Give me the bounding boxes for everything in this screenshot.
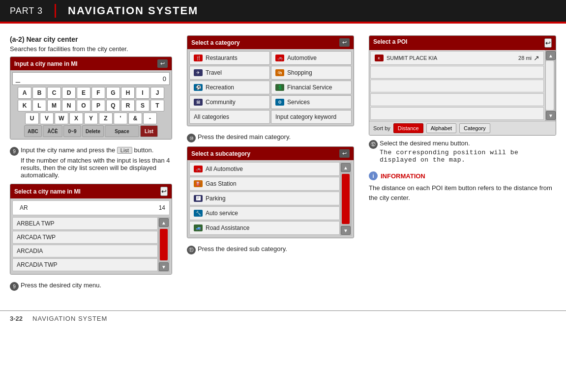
- key-w[interactable]: W: [55, 112, 68, 124]
- sort-category-button[interactable]: Category: [459, 123, 490, 133]
- sort-distance-button[interactable]: Distance: [393, 123, 423, 133]
- key-apostrophe[interactable]: ': [114, 112, 127, 124]
- key-ampersand[interactable]: &: [128, 112, 142, 124]
- key-j[interactable]: J: [150, 87, 164, 99]
- cat-input-keyword[interactable]: Input category keyword: [271, 110, 352, 124]
- cat-recreation[interactable]: ⚽ Recreation: [189, 81, 270, 94]
- poi-item-empty3: [370, 93, 544, 106]
- subcat-scroll-down[interactable]: ▼: [341, 226, 351, 235]
- key-v[interactable]: V: [40, 112, 54, 124]
- key-e[interactable]: E: [77, 87, 90, 99]
- city-item-arcadia-twp[interactable]: ARCADIA TWP: [12, 258, 158, 271]
- scroll-down-button[interactable]: ▼: [159, 262, 169, 271]
- subcat-auto-icon: 🚗: [194, 166, 203, 172]
- key-list[interactable]: List: [140, 125, 158, 137]
- city-list-title: Select a city name in MI ↩: [10, 184, 172, 198]
- city-count: 14: [159, 204, 165, 211]
- subcat-scroll-up[interactable]: ▲: [341, 163, 351, 172]
- key-space[interactable]: Space: [105, 125, 139, 137]
- poi-item-empty1: [370, 66, 544, 79]
- key-k[interactable]: K: [18, 100, 31, 112]
- page-header: PART 3 NAVIGATION SYSTEM: [0, 0, 566, 22]
- keyboard-back-button[interactable]: ↩: [157, 59, 168, 68]
- subcat-road-assistance[interactable]: 🚙 Road Assistance: [189, 221, 340, 235]
- cat-restaurants-label: Restaurants: [206, 55, 238, 61]
- step3-instruction: ⑩ Press the desired main category.: [187, 133, 354, 142]
- key-delete[interactable]: Delete: [82, 125, 104, 137]
- key-z[interactable]: Z: [99, 112, 113, 124]
- sort-alphabet-button[interactable]: Alphabet: [426, 123, 456, 133]
- step1-instruction: 9 Input the city name and press the List…: [10, 146, 172, 179]
- city-list-scrollbar: ▲ ▼: [158, 217, 170, 272]
- key-n[interactable]: N: [62, 100, 76, 112]
- key-f[interactable]: F: [91, 87, 105, 99]
- cat-shopping[interactable]: 🛍 Shopping: [271, 66, 352, 80]
- city-item-arcada[interactable]: ARCADA TWP: [12, 231, 158, 244]
- subcategory-list: 🚗 All Automotive ⛽ Gas Station 🅿 Parking…: [187, 160, 354, 238]
- key-u[interactable]: U: [25, 112, 39, 124]
- key-b[interactable]: B: [32, 87, 46, 99]
- cat-financial[interactable]: 💲 Financial Service: [271, 81, 352, 94]
- key-q[interactable]: Q: [106, 100, 120, 112]
- keyboard-screen: Input a city name in MI ↩ _ 0 A B C D E …: [10, 56, 172, 140]
- key-t[interactable]: T: [150, 100, 164, 112]
- subcat-auto-service[interactable]: 🔧 Auto service: [189, 206, 340, 220]
- category-back-button[interactable]: ↩: [339, 38, 350, 47]
- poi-item-summit[interactable]: K SUMMIT PLACE KIA 28 mi ↗: [370, 51, 544, 65]
- subcat-auto-service-label: Auto service: [206, 210, 238, 217]
- keyboard-body: _ 0 A B C D E F G H I J K: [10, 70, 172, 139]
- poi-scroll-down[interactable]: ▼: [546, 111, 556, 120]
- subcat-scrollbar: ▲ ▼: [340, 162, 352, 236]
- key-09[interactable]: 0~9: [63, 125, 81, 137]
- scroll-up-button[interactable]: ▲: [159, 218, 169, 227]
- poi-screen: Select a POI ↩ K SUMMIT PLACE KIA 28 mi …: [369, 35, 556, 136]
- step2-text: Press the desired city menu.: [21, 281, 101, 289]
- cat-automotive[interactable]: 🚗 Automotive: [271, 51, 352, 65]
- cat-automotive-label: Automotive: [287, 55, 317, 61]
- city-input-row: AR 14: [12, 200, 170, 215]
- key-c[interactable]: C: [47, 87, 61, 99]
- key-ace[interactable]: ÀĈÈ: [43, 125, 62, 137]
- key-p[interactable]: P: [91, 100, 105, 112]
- city-item-arcadia[interactable]: ARCADIA: [12, 245, 158, 257]
- cat-recreation-label: Recreation: [206, 84, 234, 91]
- key-o[interactable]: O: [77, 100, 90, 112]
- key-a[interactable]: A: [18, 87, 31, 99]
- cat-restaurants[interactable]: 🍴 Restaurants: [189, 51, 270, 65]
- key-d[interactable]: D: [62, 87, 76, 99]
- cat-travel[interactable]: ✈ Travel: [189, 66, 270, 80]
- sort-label: Sort by: [373, 125, 390, 131]
- poi-scroll-up[interactable]: ▲: [546, 51, 556, 60]
- key-m[interactable]: M: [47, 100, 61, 112]
- section-description: Searches for facilities from the city ce…: [10, 45, 172, 53]
- key-s[interactable]: S: [136, 100, 149, 112]
- cat-community-label: Community: [206, 99, 236, 106]
- key-g[interactable]: G: [106, 87, 120, 99]
- poi-screen-title: Select a POI ↩: [369, 36, 556, 50]
- left-column: (a-2) Near city center Searches for faci…: [10, 35, 172, 296]
- key-abc[interactable]: ABC: [24, 125, 42, 137]
- key-dash[interactable]: -: [143, 112, 157, 124]
- key-h[interactable]: H: [121, 87, 135, 99]
- key-y[interactable]: Y: [84, 112, 98, 124]
- cat-all-categories[interactable]: All categories: [189, 110, 270, 124]
- city-list-back-button[interactable]: ↩: [160, 187, 168, 196]
- key-i[interactable]: I: [136, 87, 149, 99]
- city-input-value: AR: [17, 203, 46, 212]
- poi-back-button[interactable]: ↩: [544, 38, 552, 48]
- cat-community[interactable]: 🏛 Community: [189, 95, 270, 109]
- cat-travel-label: Travel: [206, 69, 222, 76]
- subcat-back-button[interactable]: ↩: [339, 149, 350, 158]
- subcat-gas-station[interactable]: ⛽ Gas Station: [189, 177, 340, 191]
- cat-services[interactable]: ⚙ Services: [271, 95, 352, 109]
- city-item-arbela[interactable]: ARBELA TWP: [12, 217, 158, 230]
- step2-icon: 9: [10, 282, 19, 291]
- subcat-parking[interactable]: 🅿 Parking: [189, 192, 340, 205]
- information-box: i INFORMATION The distance on each POI i…: [369, 171, 556, 202]
- subcat-all-automotive[interactable]: 🚗 All Automotive: [189, 162, 340, 176]
- poi-arrow-icon: ↗: [534, 54, 539, 62]
- key-r[interactable]: R: [121, 100, 135, 112]
- cat-all-label: All categories: [194, 113, 229, 120]
- key-l[interactable]: L: [32, 100, 46, 112]
- key-x[interactable]: X: [69, 112, 83, 124]
